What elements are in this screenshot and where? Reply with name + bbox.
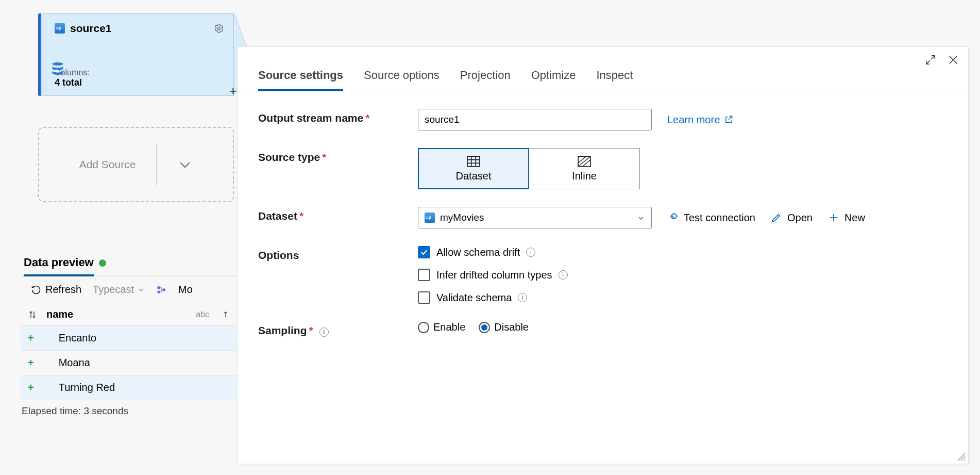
source-node[interactable]: source1 Columns: 4 total + bbox=[38, 13, 234, 96]
pencil-icon bbox=[771, 212, 782, 223]
inline-icon bbox=[578, 156, 591, 167]
source-settings-panel: Source settings Source options Projectio… bbox=[237, 46, 969, 464]
output-stream-label: Output stream name bbox=[258, 112, 363, 124]
database-arrow-icon bbox=[48, 61, 67, 79]
add-source-box[interactable]: Add Source bbox=[38, 127, 234, 202]
mapping-icon[interactable] bbox=[157, 285, 167, 295]
row-add-icon: + bbox=[28, 382, 34, 394]
close-icon[interactable] bbox=[948, 54, 959, 65]
elapsed-time: Elapsed time: 3 seconds bbox=[21, 400, 237, 422]
column-type-label: abc bbox=[196, 310, 209, 319]
dataset-select[interactable]: myMovies bbox=[418, 207, 652, 228]
infer-drifted-checkbox[interactable] bbox=[418, 269, 430, 281]
row-add-icon: + bbox=[28, 357, 34, 369]
open-button[interactable]: Open bbox=[771, 212, 813, 224]
chevron-down-icon bbox=[637, 212, 645, 223]
validate-schema-label: Validate schema bbox=[436, 292, 512, 304]
infer-drifted-label: Infer drifted column types bbox=[436, 269, 552, 281]
data-preview-tab[interactable]: Data preview bbox=[24, 256, 94, 276]
expand-icon[interactable] bbox=[925, 54, 936, 65]
info-icon[interactable]: i bbox=[559, 270, 568, 280]
table-row[interactable]: + Encanto bbox=[21, 326, 237, 351]
add-step-plus-icon[interactable]: + bbox=[229, 83, 237, 99]
info-icon[interactable]: i bbox=[319, 327, 329, 337]
resize-grip-icon[interactable] bbox=[956, 451, 966, 462]
cell-name: Turning Red bbox=[47, 382, 115, 394]
refresh-icon bbox=[31, 285, 41, 295]
tab-inspect[interactable]: Inspect bbox=[596, 69, 633, 91]
table-row[interactable]: + Turning Red bbox=[21, 375, 237, 400]
info-icon[interactable]: i bbox=[518, 293, 527, 302]
gear-icon[interactable] bbox=[214, 23, 224, 34]
sampling-enable-radio[interactable] bbox=[418, 322, 429, 333]
learn-more-link[interactable]: Learn more bbox=[667, 114, 733, 126]
columns-total: 4 total bbox=[55, 77, 224, 88]
data-preview-panel: Data preview Refresh Typecast Mo name ab… bbox=[21, 251, 237, 422]
options-label: Options bbox=[258, 249, 299, 261]
dataset-value: myMovies bbox=[440, 212, 484, 223]
dataset-label: Dataset bbox=[258, 210, 297, 222]
test-connection-button[interactable]: Test connection bbox=[667, 212, 755, 224]
allow-schema-drift-checkbox[interactable] bbox=[418, 246, 430, 258]
sql-icon bbox=[425, 212, 435, 223]
new-button[interactable]: New bbox=[828, 212, 865, 224]
sampling-disable-radio[interactable] bbox=[479, 322, 490, 333]
cell-name: Encanto bbox=[47, 332, 96, 344]
tab-projection[interactable]: Projection bbox=[460, 69, 511, 91]
tab-source-options[interactable]: Source options bbox=[364, 69, 440, 91]
svg-rect-6 bbox=[467, 156, 480, 167]
table-row[interactable]: + Moana bbox=[21, 351, 237, 375]
sql-icon bbox=[55, 23, 65, 34]
info-icon[interactable]: i bbox=[526, 248, 535, 257]
sort-icon[interactable] bbox=[28, 309, 37, 319]
chevron-down-icon bbox=[137, 286, 145, 294]
settings-tabs: Source settings Source options Projectio… bbox=[238, 47, 968, 91]
svg-rect-1 bbox=[158, 286, 160, 289]
allow-schema-drift-label: Allow schema drift bbox=[436, 247, 520, 258]
cell-name: Moana bbox=[47, 357, 90, 369]
validate-schema-checkbox[interactable] bbox=[418, 291, 430, 304]
source-type-label: Source type bbox=[258, 151, 320, 163]
table-icon bbox=[467, 156, 480, 167]
sampling-label: Sampling bbox=[258, 324, 307, 336]
sampling-disable-label: Disable bbox=[494, 321, 529, 333]
output-stream-input[interactable] bbox=[418, 109, 652, 130]
sampling-enable-label: Enable bbox=[433, 321, 465, 333]
external-link-icon bbox=[724, 115, 733, 124]
sort-up-icon[interactable] bbox=[222, 310, 230, 319]
refresh-button[interactable]: Refresh bbox=[31, 284, 81, 296]
source-node-title: source1 bbox=[70, 22, 112, 35]
check-icon bbox=[420, 248, 428, 256]
chevron-down-icon[interactable] bbox=[177, 157, 193, 172]
source-type-inline[interactable]: Inline bbox=[529, 148, 640, 189]
svg-rect-3 bbox=[163, 288, 165, 291]
source-type-dataset[interactable]: Dataset bbox=[418, 148, 529, 189]
modify-button-truncated[interactable]: Mo bbox=[178, 284, 193, 296]
svg-point-0 bbox=[218, 27, 221, 30]
plug-icon bbox=[667, 212, 679, 223]
svg-rect-2 bbox=[158, 290, 160, 293]
add-source-label: Add Source bbox=[79, 158, 136, 171]
tab-optimize[interactable]: Optimize bbox=[531, 69, 576, 91]
tab-source-settings[interactable]: Source settings bbox=[258, 69, 343, 91]
status-dot-icon bbox=[99, 259, 106, 267]
row-add-icon: + bbox=[28, 332, 34, 344]
plus-icon bbox=[828, 212, 839, 223]
columns-label: Columns: bbox=[55, 68, 224, 77]
typecast-button[interactable]: Typecast bbox=[93, 284, 145, 296]
column-header-name[interactable]: name bbox=[46, 308, 73, 320]
